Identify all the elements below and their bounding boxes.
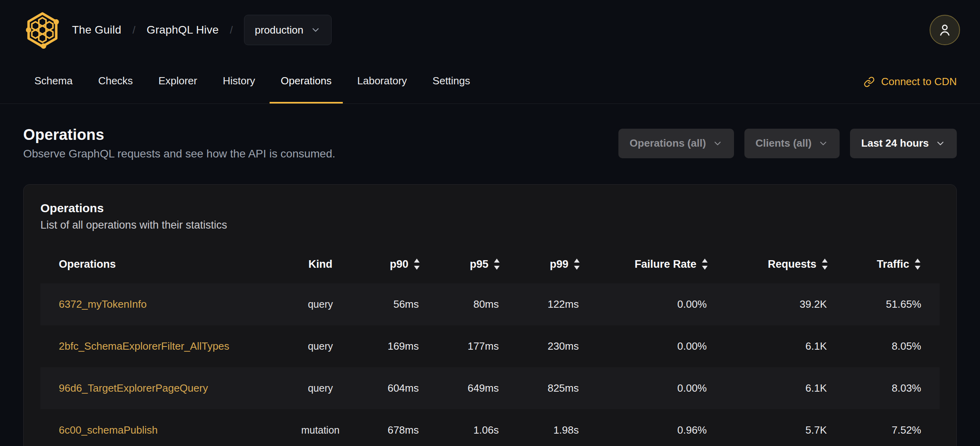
column-header-p95[interactable]: p95	[420, 258, 500, 271]
operation-requests: 6.1K	[708, 340, 828, 352]
column-header-requests[interactable]: Requests	[708, 258, 828, 271]
tab-operations[interactable]: Operations	[270, 60, 343, 104]
column-header-traffic[interactable]: Traffic	[828, 258, 940, 271]
operation-kind: query	[288, 299, 352, 310]
main-content: Operations Observe GraphQL requests and …	[0, 126, 980, 446]
operation-p99: 825ms	[500, 382, 580, 394]
tab-history[interactable]: History	[212, 60, 266, 104]
operation-p90: 169ms	[352, 340, 420, 352]
link-icon	[864, 76, 875, 88]
table-row: 96d6_TargetExplorerPageQueryquery604ms64…	[40, 367, 940, 409]
breadcrumb-separator: /	[229, 24, 234, 36]
operation-kind: query	[288, 340, 352, 352]
operation-kind: mutation	[288, 424, 352, 436]
operation-kind: query	[288, 382, 352, 394]
operation-p90: 56ms	[352, 298, 420, 311]
operation-failure-rate: 0.00%	[580, 382, 708, 394]
user-icon	[937, 22, 952, 38]
operation-p99: 122ms	[500, 298, 580, 311]
sort-icon[interactable]	[821, 258, 828, 271]
top-header: The Guild / GraphQL Hive / production Sc…	[0, 0, 980, 104]
sort-icon[interactable]	[914, 258, 921, 271]
operation-name-cell: 96d6_TargetExplorerPageQuery	[40, 382, 288, 394]
connect-to-cdn-link[interactable]: Connect to CDN	[864, 60, 957, 104]
filters: Operations (all) Clients (all) Last 24 h…	[618, 129, 957, 158]
operation-traffic: 8.05%	[828, 340, 940, 352]
card-subtitle: List of all operations with their statis…	[40, 219, 940, 231]
column-header-operations: Operations	[40, 258, 288, 271]
sort-icon[interactable]	[573, 258, 580, 271]
operation-requests: 5.7K	[708, 424, 828, 436]
table-row: 2bfc_SchemaExplorerFilter_AllTypesquery1…	[40, 325, 940, 367]
clients-filter-label: Clients (all)	[756, 137, 812, 149]
chevron-down-icon	[935, 138, 946, 149]
target-selector-dropdown[interactable]: production	[244, 15, 332, 45]
operation-name-cell: 6372_myTokenInfo	[40, 298, 288, 311]
operation-p95: 80ms	[420, 298, 500, 311]
tab-explorer[interactable]: Explorer	[147, 60, 208, 104]
chevron-down-icon	[712, 138, 723, 149]
user-avatar-button[interactable]	[930, 15, 960, 45]
operation-p95: 177ms	[420, 340, 500, 352]
column-header-failure-rate[interactable]: Failure Rate	[580, 258, 708, 271]
operations-card: Operations List of all operations with t…	[23, 184, 957, 446]
operation-traffic: 7.52%	[828, 424, 940, 436]
operations-table: Operations Kind p90 p95 p99	[40, 245, 940, 446]
operation-p99: 1.98s	[500, 424, 580, 436]
chevron-down-icon	[818, 138, 828, 149]
breadcrumb-project[interactable]: GraphQL Hive	[146, 24, 218, 36]
breadcrumb-org[interactable]: The Guild	[72, 24, 121, 36]
table-body: 6372_myTokenInfoquery56ms80ms122ms0.00%3…	[40, 283, 940, 446]
operation-failure-rate: 0.96%	[580, 424, 708, 436]
operation-link[interactable]: 2bfc_SchemaExplorerFilter_AllTypes	[59, 340, 229, 352]
operation-link[interactable]: 6c00_schemaPublish	[59, 424, 158, 436]
table-row: 6372_myTokenInfoquery56ms80ms122ms0.00%3…	[40, 283, 940, 325]
column-header-p90[interactable]: p90	[352, 258, 420, 271]
operation-p95: 1.06s	[420, 424, 500, 436]
operation-link[interactable]: 96d6_TargetExplorerPageQuery	[59, 382, 208, 394]
page-subtitle: Observe GraphQL requests and see how the…	[23, 147, 335, 160]
operation-failure-rate: 0.00%	[580, 340, 708, 352]
sort-icon[interactable]	[701, 258, 708, 271]
operation-p90: 678ms	[352, 424, 420, 436]
tab-settings[interactable]: Settings	[421, 60, 481, 104]
operation-link[interactable]: 6372_myTokenInfo	[59, 298, 147, 310]
page-title: Operations	[23, 126, 335, 143]
tab-checks[interactable]: Checks	[87, 60, 144, 104]
operation-requests: 39.2K	[708, 298, 828, 311]
hive-logo-icon[interactable]	[23, 9, 62, 51]
operation-name-cell: 6c00_schemaPublish	[40, 424, 288, 436]
breadcrumb-separator: /	[132, 24, 136, 36]
operation-requests: 6.1K	[708, 382, 828, 394]
tabs: Schema Checks Explorer History Operation…	[23, 60, 481, 104]
operation-p95: 649ms	[420, 382, 500, 394]
table-header-row: Operations Kind p90 p95 p99	[40, 245, 940, 283]
page-header-text: Operations Observe GraphQL requests and …	[23, 126, 335, 160]
target-selector-value: production	[255, 24, 303, 36]
operation-traffic: 8.03%	[828, 382, 940, 394]
connect-to-cdn-label: Connect to CDN	[881, 76, 957, 88]
card-title: Operations	[40, 201, 940, 215]
column-header-kind: Kind	[288, 258, 352, 271]
operation-p90: 604ms	[352, 382, 420, 394]
period-filter-dropdown[interactable]: Last 24 hours	[850, 129, 957, 158]
tab-laboratory[interactable]: Laboratory	[346, 60, 418, 104]
operation-failure-rate: 0.00%	[580, 298, 708, 311]
sort-icon[interactable]	[493, 258, 500, 271]
sort-icon[interactable]	[413, 258, 420, 271]
clients-filter-dropdown[interactable]: Clients (all)	[744, 129, 840, 158]
operation-traffic: 51.65%	[828, 298, 940, 311]
brand-row: The Guild / GraphQL Hive / production	[0, 0, 980, 60]
page-header: Operations Observe GraphQL requests and …	[23, 126, 957, 160]
chevron-down-icon	[310, 25, 321, 35]
operations-filter-dropdown[interactable]: Operations (all)	[618, 129, 734, 158]
column-header-p99[interactable]: p99	[500, 258, 580, 271]
tab-schema[interactable]: Schema	[23, 60, 84, 104]
operation-name-cell: 2bfc_SchemaExplorerFilter_AllTypes	[40, 340, 288, 352]
operation-p99: 230ms	[500, 340, 580, 352]
period-filter-label: Last 24 hours	[861, 137, 929, 149]
operations-filter-label: Operations (all)	[630, 137, 706, 149]
tabs-bar: Schema Checks Explorer History Operation…	[0, 60, 980, 104]
table-row: 6c00_schemaPublishmutation678ms1.06s1.98…	[40, 409, 940, 446]
